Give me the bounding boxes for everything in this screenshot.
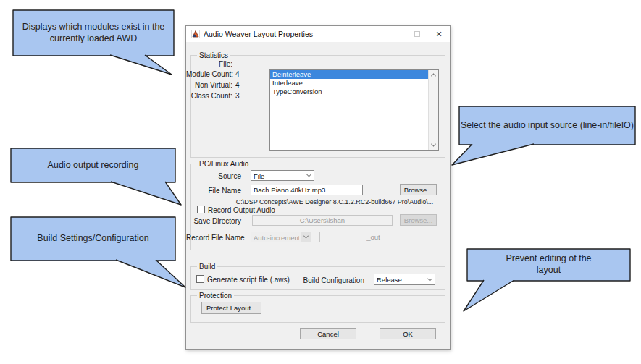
app-icon bbox=[191, 30, 200, 38]
browse-directory-button: Browse... bbox=[400, 214, 437, 226]
close-button[interactable]: ✕ bbox=[428, 26, 450, 42]
callout-output-recording-text: Audio output recording bbox=[48, 160, 139, 172]
file-name-label: File Name bbox=[186, 187, 241, 195]
source-value: File bbox=[254, 172, 302, 180]
save-directory-label: Save Directory bbox=[186, 217, 241, 225]
maximize-icon bbox=[414, 31, 420, 37]
source-combobox[interactable]: File bbox=[251, 170, 314, 181]
chevron-down-icon bbox=[306, 172, 311, 177]
listbox-scrollbar[interactable] bbox=[428, 70, 438, 150]
generate-script-checkbox[interactable] bbox=[196, 275, 204, 283]
combo-dropdown-button[interactable] bbox=[424, 274, 435, 284]
build-configuration-label: Build Configuration bbox=[292, 276, 364, 284]
callout-input-source-text: Select the audio input source (line-in/f… bbox=[461, 120, 634, 132]
chevron-down-icon bbox=[427, 276, 432, 281]
record-file-suffix-input: _out bbox=[319, 232, 427, 242]
scroll-up-button[interactable] bbox=[429, 70, 438, 80]
callout-protection-text: Prevent editing of the layout bbox=[498, 253, 600, 276]
class-count-label: Class Count: bbox=[186, 92, 232, 100]
build-configuration-combobox[interactable]: Release bbox=[374, 274, 435, 285]
title-bar: Audio Weaver Layout Properties – ✕ bbox=[186, 26, 450, 42]
protection-legend: Protection bbox=[197, 292, 234, 300]
module-count-value: 4 bbox=[235, 70, 240, 78]
browse-file-button[interactable]: Browse... bbox=[400, 184, 437, 195]
callout-tail-input-source bbox=[452, 144, 534, 165]
callout-tail-modules bbox=[110, 55, 172, 75]
callout-output-recording: Audio output recording bbox=[11, 148, 175, 182]
record-file-mode-combobox: Auto-increment bbox=[251, 232, 311, 242]
non-virtual-value: 4 bbox=[235, 81, 240, 89]
build-legend: Build bbox=[197, 263, 217, 271]
list-item-deinterleave[interactable]: Deinterleave bbox=[270, 70, 428, 79]
record-file-mode-value: Auto-increment bbox=[254, 234, 299, 242]
combo-dropdown-button[interactable] bbox=[303, 171, 314, 180]
protect-layout-button[interactable]: Protect Layout... bbox=[201, 302, 261, 314]
callout-modules: Displays which modules exist in the curr… bbox=[13, 10, 174, 56]
module-count-label: Module Count: bbox=[186, 70, 232, 78]
chevron-down-icon bbox=[303, 234, 308, 239]
file-label: File: bbox=[186, 60, 232, 68]
class-count-value: 3 bbox=[235, 92, 240, 100]
record-output-audio-label: Record Output Audio bbox=[208, 206, 275, 214]
audio-weaver-layout-properties-dialog: Audio Weaver Layout Properties – ✕ Stati… bbox=[185, 25, 451, 350]
maximize-button[interactable] bbox=[406, 26, 428, 42]
scroll-down-button[interactable] bbox=[429, 140, 438, 150]
cancel-button[interactable]: Cancel bbox=[300, 328, 356, 339]
callout-protection: Prevent editing of the layout bbox=[467, 249, 630, 281]
chevron-up-icon bbox=[431, 73, 436, 78]
chevron-down-icon bbox=[431, 142, 436, 147]
callout-build-settings-text: Build Settings/Configuration bbox=[37, 233, 148, 245]
statistics-legend: Statistics bbox=[197, 51, 230, 59]
build-configuration-value: Release bbox=[377, 276, 423, 284]
save-directory-input: C:\Users\ishan bbox=[252, 215, 393, 226]
callout-input-source: Select the audio input source (line-in/f… bbox=[459, 106, 635, 145]
ok-button[interactable]: OK bbox=[380, 328, 436, 339]
source-label: Source bbox=[186, 172, 241, 180]
file-path-text: C:\DSP Concepts\AWE Designer 8.C.1.2.RC2… bbox=[226, 198, 443, 206]
screenshot-canvas: Audio Weaver Layout Properties – ✕ Stati… bbox=[0, 0, 641, 364]
callout-tail-build-settings bbox=[116, 260, 185, 287]
callout-tail-protection bbox=[464, 280, 514, 311]
non-virtual-label: Non Virtual: bbox=[186, 81, 232, 89]
callout-modules-text: Displays which modules exist in the curr… bbox=[18, 22, 169, 44]
callout-build-settings: Build Settings/Configuration bbox=[11, 217, 175, 261]
minimize-button[interactable]: – bbox=[385, 26, 406, 42]
combo-dropdown-button-disabled bbox=[301, 232, 311, 242]
module-listbox[interactable]: Deinterleave Interleave TypeConversion bbox=[269, 69, 439, 151]
record-file-name-label: Record File Name bbox=[186, 234, 241, 242]
record-output-audio-checkbox[interactable] bbox=[197, 206, 205, 213]
list-item-typeconversion[interactable]: TypeConversion bbox=[270, 88, 428, 96]
generate-script-label: Generate script file (.aws) bbox=[207, 276, 290, 284]
close-icon: ✕ bbox=[435, 30, 442, 39]
list-item-interleave[interactable]: Interleave bbox=[270, 79, 428, 88]
window-title: Audio Weaver Layout Properties bbox=[204, 30, 385, 38]
file-name-input[interactable]: Bach Piano 48kHz.mp3 bbox=[251, 185, 363, 195]
minimize-icon: – bbox=[393, 30, 398, 38]
pc-linux-audio-legend: PC/Linux Audio bbox=[197, 160, 251, 168]
callout-tail-output-recording bbox=[111, 182, 181, 205]
